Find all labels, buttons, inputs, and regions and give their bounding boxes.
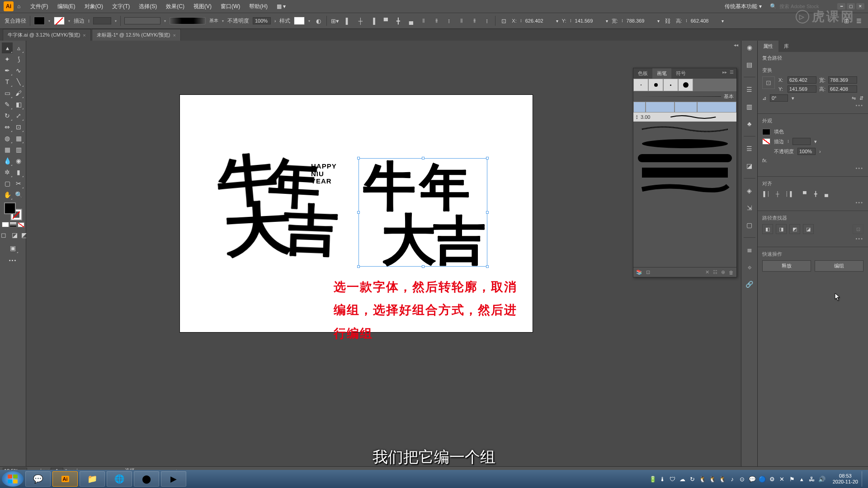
opacity-arrow-icon[interactable]: › [274, 19, 276, 23]
group-button[interactable]: 编组 [815, 260, 863, 272]
brushes-tab[interactable]: 画笔 [652, 68, 671, 79]
brushes-panel[interactable]: 色板 画笔 符号 ▸▸☰ 基本 ▴▾ 3.00 📚 ⊡ ✕ ☷ ⊕ 🗑 [633, 68, 737, 277]
close-button[interactable]: ✕ [856, 3, 864, 9]
eyedropper-tool[interactable]: 💧 [2, 155, 13, 166]
gradient-mode-btn[interactable] [9, 222, 17, 227]
stroke-panel-icon[interactable]: ☰ [745, 84, 755, 94]
minimize-button[interactable]: ━ [837, 3, 845, 9]
brush-item[interactable] [636, 180, 734, 194]
pf-exclude-icon[interactable]: ◪ [803, 224, 814, 234]
align-right-icon[interactable]: ▐ [368, 16, 377, 25]
menu-select[interactable]: 选择(S) [134, 3, 161, 10]
distribute-icon[interactable]: ⫴ [457, 16, 466, 25]
transform-icon[interactable]: ⊡ [499, 16, 508, 25]
value-stepper-icon[interactable]: ⁞ [520, 19, 522, 23]
align-left-icon[interactable]: ▌┆ [762, 190, 771, 198]
rotation-input[interactable] [770, 94, 788, 102]
chevron-down-icon[interactable]: ▾ [814, 139, 817, 145]
fill-swatch[interactable] [4, 202, 16, 214]
prefs-icon[interactable]: ☰ [854, 16, 863, 25]
type-tool[interactable]: T [2, 76, 13, 87]
pf-minus-icon[interactable]: ◨ [776, 224, 787, 234]
taskbar-illustrator[interactable]: Ai [52, 471, 78, 487]
stroke-swatch[interactable] [54, 17, 65, 25]
mesh-tool[interactable]: ▦ [2, 144, 13, 155]
menu-edit[interactable]: 编辑(E) [53, 3, 80, 10]
gradient-panel-icon[interactable]: ▥ [745, 102, 755, 112]
tray-expand-icon[interactable]: ▴ [798, 475, 806, 483]
gradient-tool[interactable]: ▥ [13, 144, 24, 155]
hand-tool[interactable]: ✋ [2, 189, 13, 200]
style-swatch[interactable] [294, 17, 305, 25]
menu-icon[interactable]: ☰ [730, 70, 734, 77]
stroke-weight-stepper[interactable]: ⁞ [788, 139, 789, 144]
artboards-panel-icon[interactable]: ▢ [745, 220, 755, 230]
align-vcenter-icon[interactable]: ╋ [811, 190, 820, 198]
fill-swatch[interactable] [34, 17, 45, 25]
screen-mode[interactable]: ▣ [8, 243, 19, 253]
rectangle-tool[interactable]: ▭ [2, 88, 13, 99]
appearance-panel-icon[interactable]: ☰ [745, 144, 755, 154]
selection-handle[interactable] [422, 265, 425, 268]
maximize-button[interactable]: ▢ [847, 3, 855, 9]
brush-dot[interactable] [678, 79, 693, 91]
align-hcenter-icon[interactable]: ┼ [356, 16, 365, 25]
workspace-switcher[interactable]: 传统基本功能 ▾ [720, 3, 766, 10]
document-tab[interactable]: 未标题-1* @ 12.5% (CMYK/预览) × [92, 29, 181, 41]
setup-icon[interactable]: ⊞ [842, 16, 851, 25]
none-mode-btn[interactable] [17, 222, 24, 227]
menu-type[interactable]: 文字(T) [108, 3, 134, 10]
basic-brush-label[interactable]: 基本 [724, 93, 734, 100]
selection-handle[interactable] [357, 211, 360, 214]
stroke-weight-input[interactable] [793, 138, 811, 145]
taskbar-explorer[interactable]: 📁 [80, 471, 105, 487]
distribute-icon[interactable]: ⫴ [419, 16, 428, 25]
graphic-styles-icon[interactable]: ◪ [745, 161, 755, 171]
tray-icon[interactable]: ♪ [729, 475, 736, 483]
w-input[interactable] [828, 76, 857, 84]
color-guide-icon[interactable]: ▤ [745, 60, 755, 70]
align-bottom-icon[interactable]: ▄ [822, 190, 831, 198]
tray-icon[interactable]: 🐧 [699, 475, 706, 483]
fx-label[interactable]: fx. [762, 158, 768, 163]
libraries-icon[interactable]: ⟐ [745, 262, 755, 272]
opacity-input[interactable] [253, 17, 271, 24]
align-top-icon[interactable]: ▀ [800, 190, 809, 198]
chevron-down-icon[interactable]: ▾ [48, 19, 50, 23]
h-input[interactable] [691, 18, 718, 23]
profile-input[interactable] [124, 17, 160, 24]
options-icon[interactable]: ☷ [713, 269, 717, 275]
properties-tab[interactable]: 属性 [758, 41, 778, 52]
color-panel-icon[interactable]: ◉ [745, 42, 755, 52]
brush-preview[interactable] [170, 17, 206, 24]
more-options[interactable]: ••• [762, 200, 863, 205]
magic-wand-tool[interactable]: ✦ [2, 54, 13, 65]
menu-effect[interactable]: 效果(C) [161, 3, 189, 10]
flip-v-icon[interactable]: ⇵ [859, 95, 863, 101]
stroke-weight-stepper[interactable]: ⁞ [88, 19, 90, 23]
opacity-arrow-icon[interactable]: › [819, 149, 821, 154]
tray-icon[interactable]: ⊙ [739, 475, 746, 483]
asset-export-icon[interactable]: ⇲ [745, 203, 755, 213]
edit-toolbar[interactable]: ••• [9, 258, 17, 263]
selection-handle[interactable] [486, 211, 489, 214]
delete-icon[interactable]: 🗑 [729, 270, 734, 275]
chevron-down-icon[interactable]: ▾ [115, 19, 117, 23]
layers-panel-icon[interactable]: ◈ [745, 186, 755, 196]
tray-icon[interactable]: ⚙ [769, 475, 776, 483]
lasso-tool[interactable]: ⟆ [13, 54, 24, 65]
selection-handle[interactable] [486, 265, 489, 268]
selection-tool[interactable]: ▴ [2, 42, 13, 53]
menu-window[interactable]: 窗口(W) [216, 3, 245, 10]
start-button[interactable] [2, 471, 24, 487]
paintbrush-tool[interactable]: 🖌 [13, 88, 24, 99]
value-stepper-icon[interactable]: ⁞ [570, 19, 571, 23]
shaper-tool[interactable]: ✎ [2, 99, 13, 110]
chevron-down-icon[interactable]: ▾ [792, 95, 794, 101]
opacity-input[interactable] [797, 148, 816, 155]
x-input[interactable] [788, 76, 816, 84]
symbols-tab[interactable]: 符号 [671, 68, 690, 79]
library-icon[interactable]: 📚 [636, 269, 642, 275]
reference-point-icon[interactable]: ⊡ [762, 76, 775, 89]
line-tool[interactable]: ╲ [13, 76, 24, 87]
